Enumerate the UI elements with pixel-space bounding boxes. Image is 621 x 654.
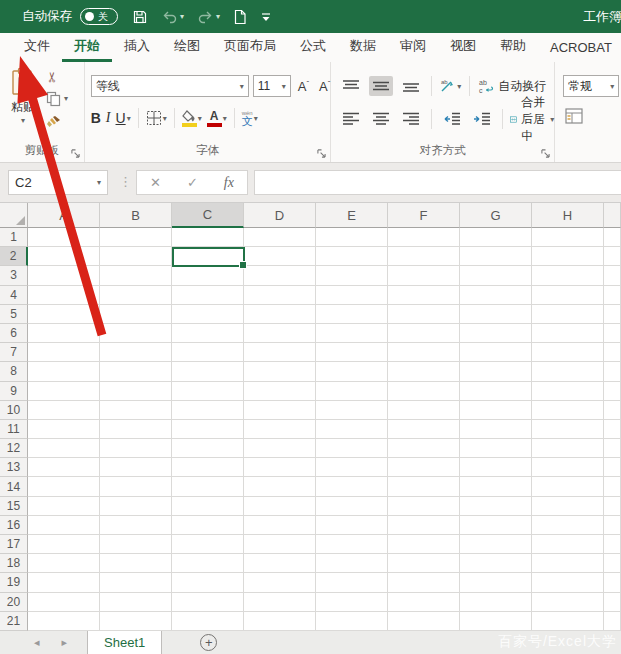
grid-cell[interactable] <box>532 420 604 439</box>
row-header-19[interactable]: 19 <box>0 573 28 592</box>
decrease-indent-button[interactable] <box>440 109 464 129</box>
grid-cell[interactable] <box>100 343 172 362</box>
grid-cell[interactable] <box>388 554 460 573</box>
middle-align-button[interactable] <box>369 76 393 96</box>
grid-cell[interactable] <box>316 612 388 631</box>
sheet-tab-Sheet1[interactable]: Sheet1 <box>87 631 162 654</box>
copy-button[interactable]: ▾ <box>46 91 68 107</box>
grid-cell[interactable] <box>172 324 244 343</box>
bold-button[interactable]: B <box>91 110 101 126</box>
column-header-F[interactable]: F <box>388 203 460 228</box>
grid-cell[interactable] <box>172 458 244 477</box>
row-header-7[interactable]: 7 <box>0 343 28 362</box>
grid-cell[interactable] <box>532 458 604 477</box>
grid-cell[interactable] <box>532 286 604 305</box>
grid-cell[interactable] <box>244 382 316 401</box>
row-header-3[interactable]: 3 <box>0 266 28 285</box>
font-color-button[interactable]: A▾ <box>207 110 227 127</box>
grid-cell[interactable] <box>172 343 244 362</box>
row-header-14[interactable]: 14 <box>0 477 28 496</box>
row-header-16[interactable]: 16 <box>0 516 28 535</box>
grid-cell[interactable] <box>604 228 621 247</box>
grid-cell[interactable] <box>244 324 316 343</box>
column-header-C[interactable]: C <box>172 203 244 228</box>
row-header-1[interactable]: 1 <box>0 228 28 247</box>
grid-cell[interactable] <box>100 535 172 554</box>
grid-cell[interactable] <box>100 382 172 401</box>
column-header-A[interactable]: A <box>28 203 100 228</box>
grid-cell[interactable] <box>388 401 460 420</box>
align-center-button[interactable] <box>369 109 393 129</box>
grid-cell[interactable] <box>604 286 621 305</box>
grid-cell[interactable] <box>604 573 621 592</box>
grid-cell[interactable] <box>100 266 172 285</box>
grid-cell[interactable] <box>532 247 604 266</box>
grid-cell[interactable] <box>172 305 244 324</box>
grid-cell[interactable] <box>388 247 460 266</box>
increase-indent-button[interactable] <box>470 109 494 129</box>
grid-cell[interactable] <box>100 401 172 420</box>
grid-cell[interactable] <box>316 286 388 305</box>
wrap-text-button[interactable]: abc自动换行 <box>478 78 546 95</box>
grid-cell[interactable] <box>244 247 316 266</box>
grid-cell[interactable] <box>244 305 316 324</box>
grid-cell[interactable] <box>460 535 532 554</box>
grid-cell[interactable] <box>100 497 172 516</box>
tab-数据[interactable]: 数据 <box>338 33 388 62</box>
bottom-align-button[interactable] <box>399 76 423 96</box>
grid-cell[interactable] <box>388 266 460 285</box>
grid-cell[interactable] <box>532 266 604 285</box>
grid-cell[interactable] <box>172 497 244 516</box>
grid-cell[interactable] <box>532 439 604 458</box>
grid-cell[interactable] <box>100 554 172 573</box>
grid-cell[interactable] <box>316 593 388 612</box>
grid-cell[interactable] <box>460 420 532 439</box>
grid-cell[interactable] <box>316 343 388 362</box>
grid-cell[interactable] <box>316 324 388 343</box>
grid-cell[interactable] <box>316 439 388 458</box>
grid-cell[interactable] <box>316 228 388 247</box>
grid-cell[interactable] <box>388 497 460 516</box>
tab-绘图[interactable]: 绘图 <box>162 33 212 62</box>
grid-cell[interactable] <box>244 266 316 285</box>
row-header-11[interactable]: 11 <box>0 420 28 439</box>
grid-cell[interactable] <box>172 535 244 554</box>
grid-cell[interactable] <box>100 458 172 477</box>
grid-cell[interactable] <box>460 593 532 612</box>
row-header-18[interactable]: 18 <box>0 554 28 573</box>
drag-handle-icon[interactable]: ⋮ <box>119 174 131 189</box>
column-header-E[interactable]: E <box>316 203 388 228</box>
grid-cell[interactable] <box>28 343 100 362</box>
font-size-select[interactable]: 11▾ <box>253 75 291 97</box>
grid-cell[interactable] <box>28 324 100 343</box>
enter-button[interactable]: ✓ <box>187 175 198 190</box>
grid-cell[interactable] <box>604 593 621 612</box>
autosave-toggle[interactable]: 关 <box>80 8 118 25</box>
column-header-B[interactable]: B <box>100 203 172 228</box>
name-box[interactable]: C2▾ <box>8 170 108 195</box>
select-all-corner[interactable] <box>0 203 28 228</box>
sheet-nav-left-icon[interactable]: ◂ <box>34 636 40 649</box>
grid-cell[interactable] <box>460 516 532 535</box>
grid-cell[interactable] <box>388 420 460 439</box>
column-header-D[interactable]: D <box>244 203 316 228</box>
row-header-4[interactable]: 4 <box>0 286 28 305</box>
grid-cell[interactable] <box>316 266 388 285</box>
grid-cell[interactable] <box>604 266 621 285</box>
grid-cell[interactable] <box>28 247 100 266</box>
grid-cell[interactable] <box>604 477 621 496</box>
grid-cell[interactable] <box>316 477 388 496</box>
grid-cell[interactable] <box>172 362 244 381</box>
cut-button[interactable]: ✂ <box>46 70 58 84</box>
conditional-format-icon[interactable] <box>565 108 583 124</box>
grid-cell[interactable] <box>388 439 460 458</box>
grid-cell[interactable] <box>244 439 316 458</box>
grid-cell[interactable] <box>172 516 244 535</box>
grid-cell[interactable] <box>100 477 172 496</box>
save-button[interactable] <box>132 9 148 25</box>
grid-cell[interactable] <box>604 497 621 516</box>
grid-cell[interactable] <box>460 305 532 324</box>
add-sheet-button[interactable]: + <box>200 634 217 651</box>
grid-cell[interactable] <box>28 554 100 573</box>
orientation-button[interactable]: ab▾ <box>440 78 461 94</box>
